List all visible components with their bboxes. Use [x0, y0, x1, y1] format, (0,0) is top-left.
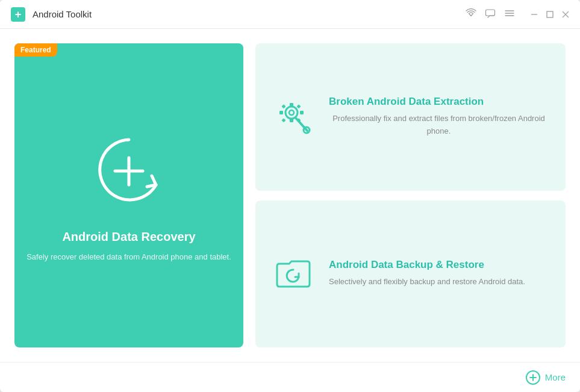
- svg-line-22: [296, 119, 307, 131]
- broken-extraction-title: Broken Android Data Extraction: [329, 96, 549, 108]
- svg-rect-17: [300, 111, 304, 114]
- backup-restore-desc: Selectively and flexibly backup and rest…: [329, 276, 525, 288]
- svg-text:+: +: [15, 8, 22, 20]
- titlebar: + Android Toolkit: [0, 0, 580, 29]
- tool-card-broken-extraction[interactable]: Broken Android Data Extraction Professio…: [255, 43, 566, 191]
- main-content: Featured Android Data Recovery Safely re…: [0, 29, 580, 362]
- svg-rect-16: [279, 111, 283, 114]
- minimize-button[interactable]: [529, 10, 539, 19]
- broken-extraction-desc: Professionally fix and extract files fro…: [329, 113, 549, 138]
- menu-icon[interactable]: [504, 8, 515, 21]
- window-controls: [529, 10, 570, 19]
- message-icon[interactable]: [485, 8, 496, 21]
- svg-rect-14: [290, 103, 293, 107]
- right-panel: Broken Android Data Extraction Professio…: [255, 43, 566, 347]
- svg-rect-18: [281, 104, 285, 108]
- broken-extraction-info: Broken Android Data Extraction Professio…: [329, 96, 549, 138]
- featured-card[interactable]: Featured Android Data Recovery Safely re…: [14, 43, 243, 347]
- featured-description: Safely recover deleted data from Android…: [27, 251, 231, 264]
- svg-rect-20: [281, 118, 285, 122]
- app-window: + Android Toolkit: [0, 0, 580, 392]
- svg-rect-7: [547, 11, 553, 17]
- titlebar-actions: [466, 8, 570, 21]
- svg-rect-15: [290, 119, 293, 122]
- wifi-icon[interactable]: [466, 8, 476, 21]
- app-title: Android Toolkit: [33, 9, 466, 19]
- svg-point-13: [289, 110, 294, 115]
- tool-card-backup-restore[interactable]: Android Data Backup & Restore Selectivel…: [255, 201, 566, 348]
- backup-restore-title: Android Data Backup & Restore: [329, 259, 525, 271]
- more-circle-icon: [526, 370, 540, 385]
- backup-restore-info: Android Data Backup & Restore Selectivel…: [329, 259, 525, 288]
- more-button[interactable]: More: [526, 370, 566, 385]
- backup-restore-icon: [272, 253, 314, 295]
- svg-point-12: [285, 107, 298, 119]
- svg-rect-2: [486, 10, 495, 16]
- more-label: More: [545, 372, 566, 382]
- svg-rect-19: [296, 104, 301, 108]
- maximize-button[interactable]: [545, 10, 555, 19]
- app-logo: +: [10, 6, 27, 23]
- featured-title: Android Data Recovery: [62, 230, 195, 244]
- bottom-bar: More: [0, 362, 580, 392]
- recovery-icon: [87, 128, 171, 212]
- featured-badge: Featured: [14, 43, 57, 57]
- close-button[interactable]: [561, 10, 570, 19]
- broken-extraction-icon: [272, 96, 314, 138]
